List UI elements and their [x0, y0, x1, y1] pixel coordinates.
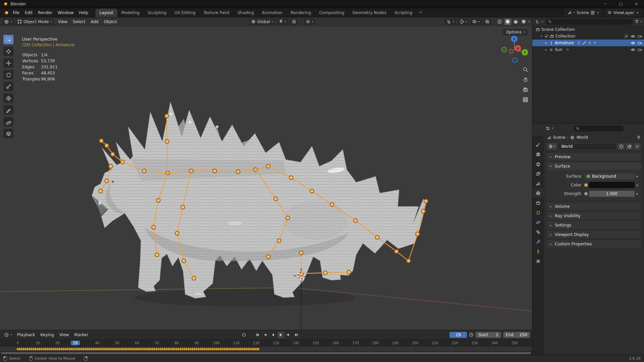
breadcrumb-scene[interactable]: Scene: [553, 135, 566, 140]
color-socket-icon[interactable]: [584, 183, 588, 187]
camera-view-icon[interactable]: [522, 86, 529, 93]
timeline-menu-item[interactable]: Keying: [38, 331, 57, 339]
timeline-menu-item[interactable]: Marker: [71, 331, 91, 339]
end-frame-field[interactable]: End 250: [503, 332, 530, 338]
vertex-group-icon[interactable]: [593, 41, 597, 45]
playhead[interactable]: 29: [71, 341, 80, 345]
mode-dropdown[interactable]: Object Mode ▾: [15, 18, 54, 25]
transform-orientation-dropdown[interactable]: Global ▾: [249, 18, 275, 25]
properties-editor-type-button[interactable]: ▾: [544, 125, 554, 132]
workspace-tab[interactable]: Shading: [233, 9, 258, 17]
viewport-canvas[interactable]: User Perspective (29) Collection | Armat…: [0, 26, 532, 330]
xray-toggle[interactable]: [483, 18, 491, 25]
gizmo-axis-neg[interactable]: [502, 47, 507, 52]
panel-ray-visibility[interactable]: ▸ Ray Visibility: [546, 212, 641, 220]
viewport-menu-item[interactable]: View: [55, 18, 70, 25]
hide-eye-icon[interactable]: [631, 41, 635, 45]
move-tool[interactable]: [3, 58, 13, 68]
shading-material-button[interactable]: [513, 18, 519, 25]
decorator-dot[interactable]: [635, 184, 639, 186]
disclosure-triangle-icon[interactable]: ▸: [544, 41, 548, 45]
workspace-tab[interactable]: Animation: [258, 9, 286, 17]
keyframe-diamond[interactable]: [257, 347, 260, 351]
workspace-tab[interactable]: Rendering: [286, 9, 315, 17]
properties-search[interactable]: [574, 125, 624, 131]
gizmos-dropdown[interactable]: ▾: [458, 18, 469, 25]
disable-render-camera-icon[interactable]: [638, 48, 642, 52]
topbar-menu-item[interactable]: File: [10, 9, 22, 16]
gizmo-axis-neg-z[interactable]: [513, 58, 518, 63]
viewport-menu-item[interactable]: Select: [70, 18, 88, 25]
add-cube-tool[interactable]: [3, 129, 13, 138]
panel-surface[interactable]: ▾ Surface: [546, 162, 641, 170]
play-button[interactable]: [277, 332, 284, 338]
panel-preview[interactable]: ▸ Preview: [546, 153, 641, 161]
pan-hand-icon[interactable]: [522, 76, 529, 83]
workspace-tab[interactable]: Texture Paint: [200, 9, 233, 17]
measure-tool[interactable]: [3, 117, 13, 126]
timeline-menu-item[interactable]: Playback: [14, 331, 38, 339]
world-name-field[interactable]: World: [558, 143, 616, 150]
unlink-scene-icon[interactable]: ×: [596, 10, 599, 15]
jump-to-start-button[interactable]: [254, 332, 261, 338]
add-workspace-button[interactable]: +: [416, 8, 425, 17]
pin-icon[interactable]: [637, 135, 641, 139]
next-keyframe-button[interactable]: [285, 332, 292, 338]
collection-tab[interactable]: [532, 198, 544, 208]
outliner-item-scene-collection[interactable]: Scene Collection: [532, 26, 644, 33]
jump-to-end-button[interactable]: [293, 332, 300, 338]
outliner-item-sun[interactable]: ▸ Sun: [532, 46, 644, 53]
topbar-menu-item[interactable]: Render: [35, 9, 55, 16]
topbar-menu-item[interactable]: Edit: [22, 9, 35, 16]
viewport-menu-item[interactable]: Add: [88, 18, 101, 25]
selectability-dropdown[interactable]: ▾: [445, 18, 456, 25]
select-box-tool[interactable]: [3, 35, 13, 44]
properties-search-input[interactable]: [581, 126, 622, 131]
prev-keyframe-button[interactable]: [262, 332, 269, 338]
disclosure-triangle-icon[interactable]: ▾: [540, 35, 543, 38]
gizmo-axis-neg-x[interactable]: [509, 49, 514, 54]
physics-tab[interactable]: [532, 218, 544, 227]
minimize-button[interactable]: ─: [598, 0, 613, 8]
workspace-tab[interactable]: Geometry Nodes: [348, 9, 390, 17]
overlays-dropdown[interactable]: ▾: [470, 18, 482, 25]
snap-toggle[interactable]: ▾: [277, 18, 288, 25]
object-tab[interactable]: [532, 208, 544, 218]
topbar-menu-item[interactable]: Window: [55, 9, 76, 16]
browse-world-button[interactable]: ▾: [547, 143, 557, 150]
workspace-tab[interactable]: Scripting: [390, 9, 416, 17]
render-tab[interactable]: [532, 149, 544, 159]
close-button[interactable]: ×: [629, 0, 644, 8]
timeline-keyframe-track[interactable]: [0, 347, 532, 351]
3d-scene[interactable]: [0, 26, 532, 330]
tool-tab[interactable]: [532, 140, 544, 149]
outliner-item-armature[interactable]: ▸ Armature: [532, 40, 644, 46]
surface-type-button[interactable]: Background: [584, 173, 635, 179]
scene-selector[interactable]: ▾ Scene ×: [565, 9, 602, 16]
outliner-search[interactable]: [546, 19, 633, 25]
start-frame-field[interactable]: Start 1: [476, 332, 501, 338]
topbar-menu-item[interactable]: Help: [76, 9, 91, 16]
timeline-ruler[interactable]: 29 0102030405060708090100110120130140150…: [0, 340, 532, 347]
outliner-search-input[interactable]: [553, 19, 631, 24]
view-layer-tab[interactable]: [532, 169, 544, 179]
current-frame-field[interactable]: 29: [449, 332, 467, 338]
workspace-tab[interactable]: Modeling: [117, 9, 144, 17]
texture-tab[interactable]: [532, 256, 544, 266]
annotate-tool[interactable]: [3, 105, 13, 115]
snap-target-button[interactable]: [290, 18, 298, 25]
workspace-tab[interactable]: Sculpting: [144, 9, 170, 17]
panel-volume[interactable]: ▸ Volume: [546, 202, 641, 210]
shading-wireframe-button[interactable]: [496, 18, 503, 25]
hide-eye-icon[interactable]: [631, 35, 635, 38]
maximize-button[interactable]: □: [613, 0, 629, 8]
blender-menu-icon[interactable]: [3, 10, 9, 15]
world-tab[interactable]: [532, 188, 544, 198]
transform-tool[interactable]: [3, 94, 13, 103]
viewport-menu-item[interactable]: Object: [101, 18, 119, 25]
rotate-tool[interactable]: [3, 70, 13, 79]
zoom-icon[interactable]: [522, 66, 529, 73]
scale-tool[interactable]: [3, 82, 13, 91]
panel-viewport-display[interactable]: ▸ Viewport Display: [546, 231, 641, 238]
animation-icon[interactable]: [588, 41, 592, 45]
